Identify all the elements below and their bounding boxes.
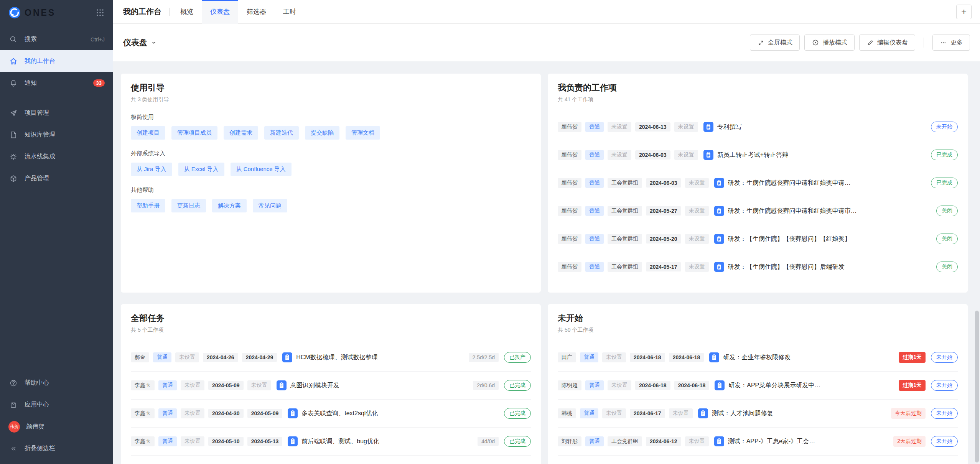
work-item-title[interactable]: 研发：生病住院慰丧葬问申请和红娘奖申请… (728, 179, 851, 187)
sidebar-item-project-management[interactable]: 项目管理 (0, 102, 113, 124)
guide-link-faq[interactable]: 常见问题 (253, 199, 287, 212)
edit-dashboard-button[interactable]: 编辑仪表盘 (859, 35, 915, 51)
work-item-row[interactable]: 颜伟贺 普通 未设置 2024-06-13 未设置 专利撰写 未开始 (558, 113, 958, 141)
work-item-row[interactable]: 刘轩彤 普通 工会党群组 2024-06-12 未设置 测试：工会管理-》工惠e… (558, 456, 958, 464)
work-item-row[interactable]: 韩桃 普通 未设置 2024-06-17 未设置 测试：人才池问题修复 今天后过… (558, 400, 958, 428)
sidebar-item-label: 通知 (25, 79, 37, 87)
priority-tag: 普通 (585, 234, 604, 244)
sidebar-item-product-management[interactable]: 产品管理 (0, 168, 113, 189)
sidebar-item-notifications[interactable]: 通知 33 (0, 72, 113, 94)
guide-link-import-jira[interactable]: 从 Jira 导入 (131, 163, 172, 176)
priority-tag: 普通 (580, 408, 598, 418)
tab-dashboard[interactable]: 仪表盘 (202, 0, 238, 24)
work-item-row[interactable]: 郝金 普通 未设置 2024-04-26 2024-04-29 HCM数据梳理、… (131, 344, 531, 372)
work-item-title[interactable]: 前后端联调、测试、bug优化 (301, 438, 379, 446)
more-button[interactable]: 更多 (932, 35, 970, 51)
end-date-tag: 2024-06-18 (669, 353, 704, 362)
fullscreen-mode-button[interactable]: 全屏模式 (750, 35, 800, 51)
status-badge: 未开始 (931, 380, 958, 391)
sidebar-item-label: 产品管理 (25, 174, 49, 183)
top-tab-bar: 我的工作台 概览 仪表盘 筛选器 工时 + (113, 0, 980, 24)
dashboard-selector[interactable]: 仪表盘 (123, 37, 157, 48)
card-all-tasks: 全部任务 共 5 个工作项 郝金 普通 未设置 2024-04-26 2024-… (121, 304, 541, 464)
sidebar-item-app-center[interactable]: 应用中心 (0, 394, 113, 416)
card-subtitle: 共 41 个工作项 (558, 96, 958, 103)
sidebar-item-help-center[interactable]: 帮助中心 (0, 372, 113, 394)
priority-tag: 普通 (158, 408, 177, 418)
group-tag: 未设置 (175, 352, 199, 362)
status-badge: 已完成 (504, 436, 531, 447)
end-date-tag: 2024-04-29 (242, 353, 277, 362)
guide-link-solutions[interactable]: 解决方案 (212, 199, 247, 212)
guide-link-create-project[interactable]: 创建项目 (131, 126, 165, 140)
work-item-row[interactable]: 颜伟贺 普通 工会党群组 2024-05-17 未设置 研发：【生病住院】【丧葬… (558, 253, 958, 281)
end-date-tag: 未设置 (674, 122, 698, 132)
work-item-title[interactable]: 意图识别模块开发 (290, 382, 339, 390)
sidebar-item-collapse[interactable]: 折叠侧边栏 (0, 438, 113, 459)
status-badge: 关闭 (936, 206, 958, 216)
work-item-title[interactable]: 专利撰写 (717, 123, 742, 131)
work-item-icon (714, 178, 724, 188)
bell-icon (8, 78, 18, 88)
group-tag: 工会党群组 (608, 262, 642, 272)
status-badge: 已完成 (504, 380, 531, 391)
assignee-tag: 陈明超 (558, 380, 581, 390)
end-date-tag: 未设置 (685, 436, 709, 446)
work-item-title[interactable]: 研发：企业年鉴权限修改 (723, 354, 791, 362)
sidebar-spacer (0, 189, 113, 372)
guide-link-manage-docs[interactable]: 管理文档 (346, 126, 380, 140)
work-item-row[interactable]: 李鑫玉 普通 未设置 2024-04-30 2024-05-09 多表关联查询、… (131, 400, 531, 428)
work-item-row[interactable]: 李鑫玉 普通 未设置 2024-05-09 未设置 意图识别模块开发 2d/0.… (131, 372, 531, 400)
work-item-title[interactable]: 测试：人才池问题修复 (712, 410, 773, 418)
work-item-title[interactable]: 研发：【生病住院】【丧葬慰问】后端研发 (728, 263, 845, 271)
work-item-row[interactable]: 颜伟贺 普通 工会党群组 2024-06-03 未设置 研发：生病住院慰丧葬问申… (558, 169, 958, 197)
work-item-title[interactable]: HCM数据梳理、测试数据整理 (296, 354, 377, 362)
more-label: 更多 (950, 39, 963, 47)
guide-link-import-confluence[interactable]: 从 Confluence 导入 (231, 163, 292, 176)
page-scrollbar-thumb[interactable] (975, 311, 979, 462)
work-item-row[interactable]: 刘轩彤 普通 工会党群组 2024-06-12 未设置 测试：APP-》工惠e家… (558, 428, 958, 456)
work-item-title[interactable]: 多表关联查询、text2sql优化 (301, 410, 378, 418)
ones-logo-icon (8, 7, 21, 19)
group-tag: 工会党群组 (608, 206, 642, 216)
tab-filters[interactable]: 筛选器 (238, 0, 275, 24)
work-item-title[interactable]: 新员工转正考试+转正答辩 (717, 151, 788, 159)
guide-link-import-excel[interactable]: 从 Excel 导入 (178, 163, 224, 176)
work-item-row[interactable]: 郝金 普通 未设置 2024-04-28 2024-05-10 B端页面开发、接… (131, 456, 531, 464)
work-item-row[interactable]: 颜伟贺 普通 未设置 2024-06-03 未设置 新员工转正考试+转正答辩 已… (558, 141, 958, 169)
work-item-row[interactable]: 陈明超 普通 未设置 2024-06-18 2024-06-18 研发：APP菜… (558, 372, 958, 400)
start-date-tag: 2024-06-03 (635, 150, 670, 160)
sidebar-item-my-workspace[interactable]: 我的工作台 (0, 50, 113, 72)
work-item-title[interactable]: 研发：生病住院慰丧葬问申请和红娘奖申请审… (728, 207, 857, 215)
work-item-row[interactable]: 李鑫玉 普通 未设置 2024-05-10 2024-05-13 前后端联调、测… (131, 428, 531, 456)
add-tab-button[interactable]: + (956, 5, 972, 19)
sidebar-item-pipeline-integration[interactable]: 流水线集成 (0, 146, 113, 168)
work-item-icon (288, 408, 298, 418)
sidebar-divider (7, 98, 106, 98)
guide-link-new-sprint[interactable]: 新建迭代 (264, 126, 299, 140)
app-grid-icon[interactable] (96, 8, 105, 17)
guide-link-changelog[interactable]: 更新日志 (171, 199, 206, 212)
guide-link-create-requirement[interactable]: 创建需求 (224, 126, 258, 140)
guide-link-manage-members[interactable]: 管理项目成员 (171, 126, 217, 140)
sidebar-item-label: 应用中心 (25, 401, 49, 409)
group-tag: 未设置 (181, 380, 204, 390)
group-tag: 未设置 (608, 122, 631, 132)
start-date-tag: 2024-04-26 (203, 353, 238, 362)
work-item-title[interactable]: 研发：【生病住院】【丧葬慰问】【红娘奖】 (728, 235, 851, 243)
work-item-row[interactable]: 颜伟贺 普通 工会党群组 2024-05-20 未设置 研发：【生病住院】【丧葬… (558, 225, 958, 253)
work-item-title[interactable]: 测试：APP-》工惠e家-》工会… (728, 438, 815, 446)
tab-overview[interactable]: 概览 (172, 0, 202, 24)
sidebar-item-user-profile[interactable]: 伟贺 颜伟贺 (0, 416, 113, 438)
work-item-row[interactable]: 田广 普通 未设置 2024-06-18 2024-06-18 研发：企业年鉴权… (558, 344, 958, 372)
work-item-row[interactable]: 颜伟贺 普通 工会党群组 2024-05-27 未设置 研发：生病住院慰丧葬问申… (558, 197, 958, 225)
end-date-tag: 未设置 (685, 178, 709, 188)
sidebar-item-search[interactable]: 搜索 Ctrl+J (0, 28, 113, 50)
guide-link-help-manual[interactable]: 帮助手册 (131, 199, 165, 212)
guide-link-submit-defect[interactable]: 提交缺陷 (305, 126, 339, 140)
app-bag-icon (8, 400, 18, 410)
sidebar-item-wiki-management[interactable]: 知识库管理 (0, 124, 113, 146)
tab-worktime[interactable]: 工时 (275, 0, 305, 24)
work-item-title[interactable]: 研发：APP菜单分块展示研发中… (728, 382, 820, 390)
play-mode-button[interactable]: 播放模式 (804, 35, 855, 51)
